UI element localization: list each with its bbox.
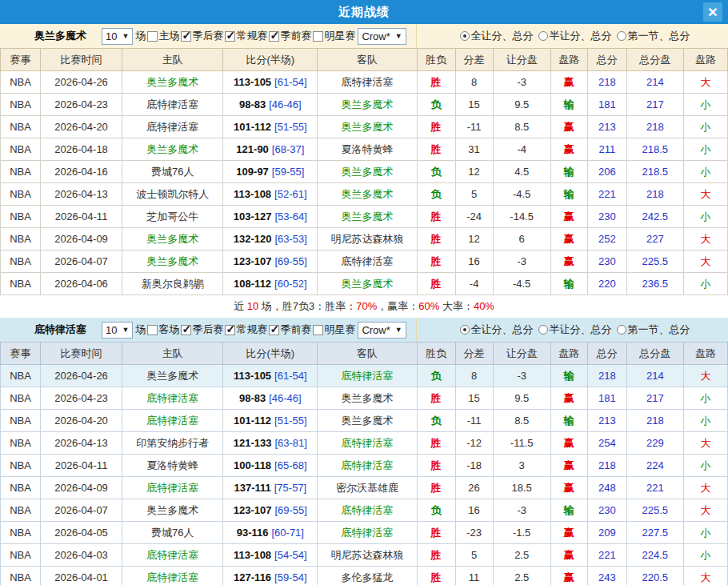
total-line-cell: 218.5: [626, 138, 683, 161]
game-row: NBA2026-04-07奥兰多魔术123-107[69-55]底特律活塞胜16…: [1, 250, 728, 273]
odds-source-select[interactable]: Crow*▼: [358, 322, 406, 339]
filter-checkbox-2[interactable]: [225, 31, 235, 42]
game-row: NBA2026-04-05费城76人93-116[60-71]底特律活塞胜-23…: [1, 522, 728, 544]
point-diff-cell: 11: [455, 567, 493, 585]
date-cell: 2026-04-26: [41, 71, 122, 94]
half-score: [54-54]: [274, 549, 306, 561]
filter-checkbox-0[interactable]: [147, 325, 158, 335]
total-result-cell: 小: [683, 455, 727, 477]
odds-source-value: Crow*: [362, 324, 390, 336]
home-team-cell: 印第安纳步行者: [122, 432, 223, 455]
league-cell: NBA: [1, 161, 41, 183]
filter-bar-right: 全让分、总分半让分、总分第一节、总分: [417, 318, 728, 342]
total-line-cell: 229: [626, 432, 683, 455]
home-team-cell: 底特律活塞: [122, 567, 223, 585]
away-team-cell: 夏洛特黄蜂: [318, 138, 417, 161]
point-diff-cell: 26: [455, 477, 493, 499]
away-team-cell: 明尼苏达森林狼: [318, 544, 417, 567]
score-cell: 101-112[51-55]: [223, 410, 318, 432]
column-header: 总分盘: [626, 49, 683, 71]
filter-checkbox-2[interactable]: [225, 325, 235, 335]
result-cell: 胜: [417, 455, 455, 477]
total-line-cell: 218: [626, 410, 683, 432]
scope-radio-0[interactable]: [460, 325, 470, 335]
total-result-cell: 小: [683, 387, 727, 410]
scope-radio-1[interactable]: [538, 31, 548, 41]
date-cell: 2026-04-01: [41, 567, 122, 585]
total-line-cell: 218: [626, 116, 683, 138]
filter-checkbox-4[interactable]: [313, 31, 323, 42]
game-row: NBA2026-04-07奥兰多魔术123-107[69-55]底特律活塞负16…: [1, 499, 728, 522]
scope-radio-0[interactable]: [460, 31, 470, 41]
away-team-cell: 奥兰多魔术: [318, 161, 417, 183]
half-score: [59-54]: [274, 571, 306, 583]
league-cell: NBA: [1, 94, 41, 116]
away-team-cell: 底特律活塞: [318, 455, 417, 477]
games-count-select[interactable]: 10▼: [102, 322, 133, 339]
filter-checkbox-1[interactable]: [181, 325, 191, 335]
date-cell: 2026-04-18: [41, 138, 122, 161]
game-row: NBA2026-04-26奥兰多魔术113-105[61-54]底特律活塞负8-…: [1, 365, 728, 387]
result-cell: 负: [417, 161, 455, 183]
dialog-title: 近期战绩: [338, 5, 390, 20]
filter-checkbox-1[interactable]: [181, 31, 191, 42]
scope-radio-label: 半让分、总分: [550, 323, 612, 337]
handicap-result-cell: 赢: [550, 116, 587, 138]
dialog-titlebar: 近期战绩 ✕: [0, 0, 728, 24]
total-result-cell: 小: [683, 273, 727, 295]
total-points-cell: 243: [587, 567, 626, 585]
filter-checkbox-label: 常规赛: [236, 29, 267, 43]
point-diff-cell: -24: [455, 206, 493, 228]
game-row: NBA2026-04-01底特律活塞127-116[59-54]多伦多猛龙胜11…: [1, 567, 728, 585]
games-count-select[interactable]: 10▼: [102, 28, 133, 45]
total-result-cell: 小: [683, 206, 727, 228]
final-score: 98-83: [239, 392, 266, 404]
column-header: 赛事: [1, 49, 41, 71]
filter-checkbox-label: 季后赛: [192, 29, 223, 43]
scope-radio-2[interactable]: [617, 31, 626, 41]
final-score: 137-111: [234, 482, 270, 494]
total-line-cell: 214: [626, 365, 683, 387]
half-score: [46-46]: [269, 392, 301, 404]
odds-source-select[interactable]: Crow*▼: [358, 28, 406, 45]
column-header: 比赛时间: [41, 49, 122, 71]
date-cell: 2026-04-11: [41, 455, 122, 477]
handicap-line-cell: -4.5: [493, 183, 550, 206]
record-summary: 近 10 场，胜7负3：胜率：70%，赢率：60% 大率：40%: [0, 295, 728, 318]
away-team-cell: 底特律活塞: [318, 250, 417, 273]
final-score: 113-105: [234, 370, 271, 382]
result-cell: 胜: [417, 522, 455, 544]
home-team-cell: 奥兰多魔术: [122, 250, 223, 273]
league-cell: NBA: [1, 183, 41, 206]
close-icon[interactable]: ✕: [703, 2, 722, 22]
summary-segment: 近: [234, 300, 247, 312]
handicap-line-cell: 18.5: [493, 477, 550, 499]
column-header: 盘路: [550, 343, 587, 365]
handicap-line-cell: 8.5: [493, 116, 550, 138]
total-result-cell: 小: [683, 161, 727, 183]
league-cell: NBA: [1, 567, 41, 585]
total-line-cell: 227.5: [626, 522, 683, 544]
filter-checkbox-3[interactable]: [269, 325, 279, 335]
final-score: 113-108: [234, 188, 271, 200]
scope-radio-1[interactable]: [538, 325, 548, 335]
half-score: [60-52]: [274, 278, 306, 290]
total-result-cell: 大: [683, 71, 727, 94]
point-diff-cell: 16: [455, 250, 493, 273]
filter-checkbox-3[interactable]: [269, 31, 279, 42]
total-result-cell: 小: [683, 138, 727, 161]
score-cell: 113-108[52-61]: [223, 183, 318, 206]
total-line-cell: 214: [626, 71, 683, 94]
result-cell: 胜: [417, 567, 455, 585]
summary-segment: 40%: [474, 300, 494, 312]
half-score: [52-61]: [274, 188, 306, 200]
handicap-result-cell: 输: [550, 94, 587, 116]
filter-checkbox-4[interactable]: [313, 325, 323, 335]
point-diff-cell: -18: [455, 455, 493, 477]
filter-checkbox-0[interactable]: [147, 31, 158, 42]
scope-radio-2[interactable]: [617, 325, 626, 335]
game-row: NBA2026-04-20底特律活塞101-112[51-55]奥兰多魔术负-1…: [1, 410, 728, 432]
filter-bar-right: 全让分、总分半让分、总分第一节、总分: [417, 24, 728, 48]
half-score: [65-68]: [274, 459, 306, 471]
home-team-cell: 奥兰多魔术: [122, 499, 223, 522]
